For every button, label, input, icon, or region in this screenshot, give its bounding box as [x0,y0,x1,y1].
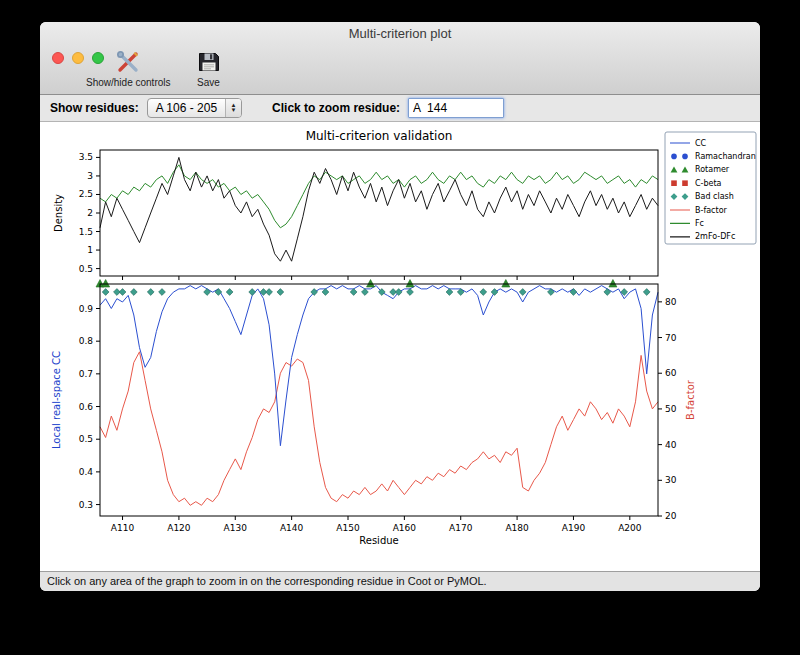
svg-text:70: 70 [665,333,677,343]
svg-text:A140: A140 [280,523,304,533]
svg-text:2.5: 2.5 [79,189,93,199]
svg-text:Residue: Residue [359,535,398,546]
svg-text:Rotamer: Rotamer [695,165,730,174]
svg-text:1: 1 [87,245,93,255]
svg-text:0.8: 0.8 [79,336,94,346]
svg-text:A170: A170 [449,523,473,533]
svg-text:30: 30 [665,475,677,485]
save-label: Save [197,77,220,88]
residue-range-dropdown[interactable]: A 106 - 205 ▲▼ [147,98,242,118]
svg-text:A130: A130 [224,523,248,533]
svg-text:0.7: 0.7 [79,369,93,379]
svg-text:80: 80 [665,297,677,307]
svg-text:B-factor: B-factor [695,206,728,215]
save-button[interactable]: Save [197,48,221,88]
svg-text:0.9: 0.9 [79,304,94,314]
svg-text:0.5: 0.5 [79,434,93,444]
svg-text:40: 40 [665,440,677,450]
multi-criterion-plot-window: Multi-criterion plot Show/hide controls [40,22,760,591]
plot-area: A110A120A130A140A150A160A170A180A190A200… [40,122,760,571]
status-bar: Click on any area of the graph to zoom i… [40,571,760,591]
minimize-button[interactable] [72,52,84,64]
svg-text:0.5: 0.5 [79,264,93,274]
svg-text:A160: A160 [393,523,417,533]
svg-text:50: 50 [665,404,677,414]
svg-text:A200: A200 [618,523,642,533]
validation-chart[interactable]: A110A120A130A140A150A160A170A180A190A200… [42,126,758,566]
svg-text:A190: A190 [562,523,586,533]
svg-text:0.4: 0.4 [79,467,94,477]
show-hide-controls-button[interactable]: Show/hide controls [86,48,171,88]
svg-text:1.5: 1.5 [79,227,93,237]
svg-text:B-factor: B-factor [685,379,696,420]
close-button[interactable] [52,52,64,64]
zoom-residue-label: Click to zoom residue: [272,101,400,115]
svg-text:0.6: 0.6 [79,402,94,412]
floppy-disk-icon [197,48,221,76]
svg-text:Multi-criterion validation: Multi-criterion validation [306,129,453,143]
dropdown-stepper-icon: ▲▼ [225,99,241,117]
svg-text:C-beta: C-beta [695,179,722,188]
crossed-tools-icon [115,48,141,76]
window-title: Multi-criterion plot [349,26,452,41]
svg-text:A150: A150 [336,523,360,533]
svg-text:Density: Density [53,194,64,232]
window-header: Multi-criterion plot Show/hide controls [40,22,760,95]
residue-range-value: A 106 - 205 [148,99,225,117]
svg-text:2mFo-DFc: 2mFo-DFc [695,232,735,241]
controls-row: Show residues: A 106 - 205 ▲▼ Click to z… [40,95,760,122]
svg-text:20: 20 [665,511,677,521]
svg-text:CC: CC [695,139,707,148]
show-residues-label: Show residues: [50,101,139,115]
svg-text:60: 60 [665,368,677,378]
titlebar[interactable]: Multi-criterion plot [40,22,760,43]
svg-text:Local real-space CC: Local real-space CC [51,351,62,449]
toolbar: Show/hide controls Save [86,48,221,88]
svg-text:Bad clash: Bad clash [695,192,734,201]
svg-text:A180: A180 [505,523,529,533]
svg-text:Fc: Fc [695,219,704,228]
status-text: Click on any area of the graph to zoom i… [47,575,487,587]
svg-text:2: 2 [87,208,93,218]
svg-text:Ramachandran: Ramachandran [695,152,756,161]
svg-text:0.3: 0.3 [79,500,93,510]
svg-text:A120: A120 [167,523,191,533]
show-hide-controls-label: Show/hide controls [86,77,171,88]
svg-text:A110: A110 [111,523,135,533]
svg-text:3: 3 [87,171,93,181]
svg-text:3.5: 3.5 [79,152,93,162]
zoom-residue-input[interactable] [408,98,504,118]
